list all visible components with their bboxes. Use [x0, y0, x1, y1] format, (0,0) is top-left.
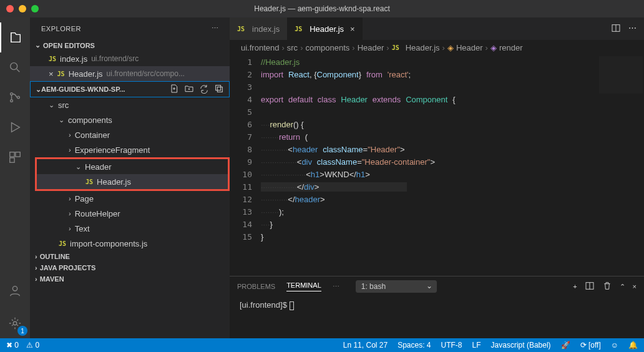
- maximize-window-icon[interactable]: [31, 5, 39, 12]
- close-window-icon[interactable]: [6, 5, 14, 12]
- encoding[interactable]: UTF-8: [441, 341, 462, 350]
- file-path: ui.frontend/src/compo...: [107, 69, 185, 78]
- split-terminal-icon[interactable]: [585, 281, 595, 292]
- extensions-icon[interactable]: [0, 142, 30, 172]
- search-icon[interactable]: [0, 52, 30, 82]
- js-file-icon: JS: [237, 26, 245, 32]
- breadcrumb[interactable]: ui.frontend› src› components› Header› JS…: [230, 40, 644, 55]
- close-icon[interactable]: ×: [49, 69, 54, 79]
- chevron-down-icon: ⌄: [36, 86, 41, 94]
- file-item-headerjs[interactable]: JSHeader.js: [37, 174, 228, 189]
- folder-item-text[interactable]: ›Text: [30, 221, 230, 236]
- svg-rect-5: [16, 152, 20, 157]
- chevron-right-icon: ›: [69, 131, 71, 139]
- chevron-right-icon: ›: [69, 225, 71, 232]
- chevron-right-icon: ›: [35, 275, 37, 283]
- tab-headerjs[interactable]: JSHeader.js×: [287, 17, 363, 40]
- open-editors-section[interactable]: ⌄ OPEN EDITORS: [30, 39, 230, 51]
- svg-rect-9: [216, 86, 221, 90]
- tab-indexjs[interactable]: JSindex.js: [230, 17, 287, 40]
- collapse-icon[interactable]: [214, 84, 224, 95]
- folder-item-page[interactable]: ›Page: [30, 191, 230, 206]
- feedback-icon[interactable]: ☺: [611, 341, 618, 350]
- cursor-icon: [290, 301, 294, 310]
- settings-gear-icon[interactable]: [0, 308, 30, 338]
- chevron-right-icon: ›: [69, 210, 71, 217]
- more-panels-icon[interactable]: ⋯: [333, 283, 339, 291]
- terminal-content[interactable]: [ui.frontend]$: [230, 296, 644, 338]
- chevron-right-icon: ›: [69, 146, 71, 154]
- open-editor-item[interactable]: JS index.js ui.frontend/src: [30, 51, 230, 66]
- chevron-down-icon: ⌄: [76, 163, 81, 171]
- project-label: AEM-GUIDES-WKND-SP...: [41, 86, 125, 93]
- code-content[interactable]: //Header.js import React, {Component} fr…: [261, 55, 644, 276]
- class-icon: ◈: [447, 43, 454, 52]
- svg-rect-4: [10, 152, 14, 157]
- more-actions-icon[interactable]: ⋯: [212, 24, 219, 32]
- folder-item-container[interactable]: ›Container: [30, 127, 230, 142]
- js-file-icon: JS: [392, 44, 399, 51]
- svg-point-8: [13, 321, 17, 325]
- window-title: Header.js — aem-guides-wknd-spa.react: [254, 4, 389, 13]
- svg-point-0: [11, 63, 17, 70]
- js-file-icon: JS: [85, 178, 93, 185]
- new-file-icon[interactable]: [169, 84, 179, 95]
- outline-section[interactable]: ›OUTLINE: [30, 251, 230, 262]
- editor-group: JSindex.js JSHeader.js× ⋯ ui.frontend› s…: [230, 17, 644, 338]
- source-control-icon[interactable]: [0, 82, 30, 112]
- warnings-count[interactable]: ⚠ 0: [26, 341, 39, 350]
- highlighted-selection: ⌄Header JSHeader.js: [35, 157, 230, 191]
- notifications-icon[interactable]: 🔔: [628, 341, 638, 350]
- open-editor-item[interactable]: × JS Header.js ui.frontend/src/compo...: [30, 66, 230, 81]
- folder-item-route-helper[interactable]: ›RouteHelper: [30, 206, 230, 221]
- eol[interactable]: LF: [472, 341, 481, 350]
- file-item-import-components[interactable]: JSimport-components.js: [30, 236, 230, 251]
- maximize-panel-icon[interactable]: ⌃: [620, 283, 625, 291]
- chevron-down-icon: ⌄: [49, 101, 54, 109]
- indentation[interactable]: Spaces: 4: [398, 341, 431, 350]
- errors-count[interactable]: ✖ 0: [6, 341, 19, 350]
- explorer-icon[interactable]: [0, 22, 30, 52]
- more-actions-icon[interactable]: ⋯: [628, 23, 637, 35]
- activity-bar: [0, 17, 30, 338]
- traffic-lights: [0, 5, 39, 12]
- method-icon: ◈: [490, 43, 497, 52]
- rocket-icon[interactable]: 🚀: [561, 341, 570, 350]
- folder-item-experience-fragment[interactable]: ›ExperienceFragment: [30, 142, 230, 157]
- new-terminal-icon[interactable]: +: [573, 283, 577, 290]
- project-section[interactable]: ⌄ AEM-GUIDES-WKND-SP...: [30, 81, 230, 97]
- explorer-header: EXPLORER ⋯: [30, 17, 230, 39]
- status-bar: ✖ 0 ⚠ 0 Ln 11, Col 27 Spaces: 4 UTF-8 LF…: [0, 338, 644, 352]
- line-numbers: 123456789101112131415: [230, 55, 261, 276]
- code-editor[interactable]: 123456789101112131415 //Header.js import…: [230, 55, 644, 276]
- folder-item-components[interactable]: ⌄components: [30, 112, 230, 127]
- sync-status[interactable]: ⟳ [off]: [580, 341, 601, 350]
- problems-tab[interactable]: PROBLEMS: [237, 283, 275, 290]
- java-projects-section[interactable]: ›JAVA PROJECTS: [30, 262, 230, 273]
- new-folder-icon[interactable]: [184, 84, 194, 95]
- folder-item-header[interactable]: ⌄Header: [37, 159, 228, 174]
- maven-section[interactable]: ›MAVEN: [30, 273, 230, 285]
- kill-terminal-icon[interactable]: [602, 281, 612, 292]
- js-file-icon: JS: [57, 71, 65, 77]
- close-icon[interactable]: ×: [350, 24, 355, 34]
- titlebar: Header.js — aem-guides-wknd-spa.react: [0, 0, 644, 17]
- open-editors-label: OPEN EDITORS: [43, 42, 95, 49]
- terminal-tab[interactable]: TERMINAL: [286, 281, 321, 291]
- folder-item-src[interactable]: ⌄src: [30, 97, 230, 112]
- minimize-window-icon[interactable]: [19, 5, 26, 12]
- minimap[interactable]: [599, 56, 643, 94]
- svg-rect-6: [10, 158, 14, 162]
- close-panel-icon[interactable]: ×: [633, 283, 637, 290]
- cursor-position[interactable]: Ln 11, Col 27: [343, 341, 388, 350]
- svg-point-7: [12, 286, 17, 291]
- run-debug-icon[interactable]: [0, 112, 30, 142]
- file-path: ui.frontend/src: [91, 54, 139, 63]
- split-editor-icon[interactable]: [611, 23, 621, 35]
- refresh-icon[interactable]: [199, 84, 209, 95]
- accounts-icon[interactable]: [0, 276, 30, 306]
- panel: PROBLEMS TERMINAL ⋯ 1: bash + ⌃ × [ui.fr…: [230, 276, 644, 338]
- chevron-right-icon: ›: [35, 253, 37, 260]
- language-mode[interactable]: Javascript (Babel): [491, 341, 551, 350]
- terminal-selector[interactable]: 1: bash: [356, 280, 437, 293]
